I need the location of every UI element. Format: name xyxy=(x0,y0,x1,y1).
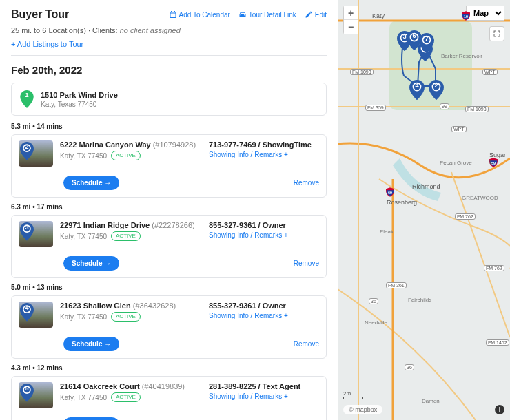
map-pin[interactable]: 4 xyxy=(409,80,425,99)
mls-number: (#40419839) xyxy=(142,382,185,390)
showing-phone: 855-327-9361 / Owner xyxy=(209,221,319,229)
map-zoom-controls: + − xyxy=(343,6,358,34)
car-icon xyxy=(238,10,247,19)
listing-card: 421623 Shallow Glen (#36432628)Katy, TX … xyxy=(11,295,327,359)
showing-info-link[interactable]: Showing Info / Remarks + xyxy=(209,312,319,319)
listing-title[interactable]: 6222 Marina Canyon Way (#10794928) xyxy=(60,140,202,149)
segment-distance: 4.3 mi • 12 mins xyxy=(11,364,327,372)
listing-thumbnail[interactable]: 5 xyxy=(19,382,53,408)
remove-link[interactable]: Remove xyxy=(294,179,319,187)
listing-title[interactable]: 22971 Indian Ridge Drive (#22278266) xyxy=(60,221,202,229)
map-info-button[interactable]: i xyxy=(495,405,504,414)
schedule-button[interactable]: Schedule → xyxy=(63,176,119,190)
schedule-button[interactable]: Schedule → xyxy=(63,337,119,351)
segment-distance: 6.3 mi • 17 mins xyxy=(11,203,327,211)
zoom-out-button[interactable]: − xyxy=(344,20,358,34)
map-attribution: © mapbox xyxy=(343,405,382,414)
schedule-button[interactable]: Schedule → xyxy=(63,417,119,420)
status-badge: ACTIVE xyxy=(111,392,141,402)
listing-city: Katy, TX 77450 xyxy=(60,152,107,160)
divider xyxy=(11,55,327,56)
svg-text:69: 69 xyxy=(491,161,496,165)
tour-summary: 25 mi. to 6 Location(s) · Clients: no cl… xyxy=(11,26,327,34)
showing-phone: 713-977-7469 / ShowingTime xyxy=(209,140,319,149)
add-to-calendar-link[interactable]: Add To Calendar xyxy=(169,10,230,19)
showing-info-link[interactable]: Showing Info / Remarks + xyxy=(209,231,319,239)
fullscreen-button[interactable] xyxy=(489,26,504,41)
start-location-card: 1 1510 Park Wind Drive Katy, Texas 77450 xyxy=(11,83,327,116)
map-bg xyxy=(338,0,510,420)
tour-panel: Buyer Tour Add To Calendar Tour Detail L… xyxy=(0,0,338,420)
fullscreen-icon xyxy=(493,30,501,38)
tour-detail-link[interactable]: Tour Detail Link xyxy=(238,10,296,19)
status-badge: ACTIVE xyxy=(111,151,141,160)
listing-card: 322971 Indian Ridge Drive (#22278266)Kat… xyxy=(11,215,327,278)
listing-thumbnail[interactable]: 2 xyxy=(19,140,53,167)
map-type-select[interactable]: Map xyxy=(466,6,504,21)
edit-link[interactable]: Edit xyxy=(305,10,327,19)
listing-title[interactable]: 21623 Shallow Glen (#36432628) xyxy=(60,302,202,310)
listing-thumbnail[interactable]: 4 xyxy=(19,302,53,328)
svg-text:69: 69 xyxy=(388,191,392,195)
listing-city: Katy, TX 77450 xyxy=(60,233,107,240)
status-badge: ACTIVE xyxy=(111,231,141,241)
remove-link[interactable]: Remove xyxy=(294,340,319,348)
map-panel[interactable]: + − Map 69 69 10 234567 KatyBarker Reser… xyxy=(338,0,510,420)
showing-info-link[interactable]: Showing Info / Remarks + xyxy=(209,392,319,400)
showing-phone: 855-327-9361 / Owner xyxy=(209,302,319,310)
remove-link[interactable]: Remove xyxy=(294,260,319,267)
calendar-icon xyxy=(169,10,177,19)
pencil-icon xyxy=(305,10,313,19)
schedule-button[interactable]: Schedule → xyxy=(63,256,119,271)
interstate-shield-icon: 69 xyxy=(385,187,396,198)
tour-date: Feb 20th, 2022 xyxy=(11,64,327,76)
showing-phone: 281-389-8225 / Text Agent xyxy=(209,382,319,390)
mls-number: (#10794928) xyxy=(153,140,196,149)
listing-city: Katy, TX 77450 xyxy=(60,394,107,401)
mls-number: (#36432628) xyxy=(133,302,176,310)
add-listings-link[interactable]: + Add Listings to Tour xyxy=(11,40,83,48)
listing-thumbnail[interactable]: 3 xyxy=(19,221,53,247)
status-badge: ACTIVE xyxy=(111,312,141,322)
segment-distance: 5.3 mi • 14 mins xyxy=(11,123,327,130)
showing-info-link[interactable]: Showing Info / Remarks + xyxy=(209,151,319,158)
listing-card: 26222 Marina Canyon Way (#10794928)Katy,… xyxy=(11,134,327,198)
page-title: Buyer Tour xyxy=(11,8,69,21)
listing-title[interactable]: 21614 Oakcreek Court (#40419839) xyxy=(60,382,202,390)
start-city: Katy, Texas 77450 xyxy=(41,101,118,108)
interstate-shield-icon: 10 xyxy=(460,10,471,21)
start-address: 1510 Park Wind Drive xyxy=(41,91,118,99)
map-pin[interactable]: 7 xyxy=(419,33,434,52)
listing-card: 521614 Oakcreek Court (#40419839)Katy, T… xyxy=(11,376,327,420)
map-pin[interactable]: 2 xyxy=(429,80,444,99)
map-scale: 2m xyxy=(343,390,363,399)
interstate-shield-icon: 69 xyxy=(488,157,499,168)
zoom-in-button[interactable]: + xyxy=(344,6,358,20)
mls-number: (#22278266) xyxy=(152,221,194,229)
segment-distance: 5.0 mi • 13 mins xyxy=(11,284,327,291)
listing-city: Katy, TX 77450 xyxy=(60,313,107,321)
svg-text:10: 10 xyxy=(464,14,468,19)
